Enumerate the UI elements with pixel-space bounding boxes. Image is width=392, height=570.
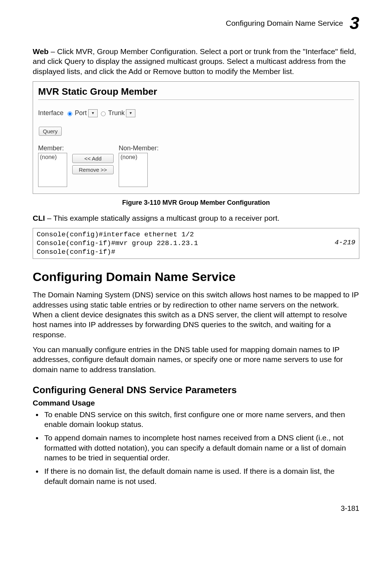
member-value: (none): [40, 154, 57, 160]
trunk-label: Trunk: [108, 109, 124, 117]
web-instructions: Web – Click MVR, Group Member Configurat…: [33, 46, 359, 76]
trunk-select[interactable]: ▾: [126, 109, 135, 117]
cli-page-ref: 4-219: [335, 239, 355, 247]
query-button[interactable]: Query: [39, 127, 62, 136]
panel-divider: [38, 99, 354, 100]
member-lists: Member: (none) << Add Remove >> Non-Memb…: [38, 144, 354, 187]
chapter-number: 3: [350, 15, 359, 32]
member-listbox[interactable]: (none): [38, 153, 67, 187]
cli-text: – This example statically assigns a mult…: [45, 214, 279, 222]
list-item: If there is no domain list, the default …: [43, 466, 359, 486]
member-column: Member: (none): [38, 144, 67, 187]
command-usage-list: To enable DNS service on this switch, fi…: [33, 410, 359, 486]
page-header: Configuring Domain Name Service 3: [33, 15, 359, 32]
nonmember-value: (none): [121, 154, 137, 160]
remove-button[interactable]: Remove >>: [72, 165, 114, 174]
cli-prefix: CLI: [33, 214, 45, 222]
trunk-radio[interactable]: [101, 111, 106, 116]
cli-line-3: Console(config-if)#: [37, 248, 355, 257]
web-text: – Click MVR, Group Member Configuration.…: [33, 47, 356, 76]
mvr-static-group-member-panel: MVR Static Group Member Interface Port ▾…: [33, 81, 359, 194]
cli-example: Console(config)#interface ethernet 1/2 C…: [33, 228, 359, 259]
subsection-heading: Configuring General DNS Service Paramete…: [33, 384, 359, 396]
cli-instructions: CLI – This example statically assigns a …: [33, 213, 359, 223]
list-item: To enable DNS service on this switch, fi…: [43, 410, 359, 429]
port-radio[interactable]: [68, 111, 72, 116]
command-usage-heading: Command Usage: [33, 399, 359, 407]
section-heading: Configuring Domain Name Service: [33, 270, 359, 284]
port-select[interactable]: ▾: [88, 109, 98, 117]
port-label: Port: [75, 109, 87, 117]
section-p1: The Domain Naming System (DNS) service o…: [33, 290, 359, 339]
figure-caption: Figure 3-110 MVR Group Member Configurat…: [33, 199, 359, 207]
nonmember-listbox[interactable]: (none): [119, 153, 148, 187]
cli-line-2: Console(config-if)#mvr group 228.1.23.1: [37, 239, 355, 248]
section-p2: You can manually configure entries in th…: [33, 345, 359, 374]
nonmember-label: Non-Member:: [119, 144, 159, 152]
running-header-title: Configuring Domain Name Service: [226, 19, 343, 28]
interface-row: Interface Port ▾ Trunk ▾: [38, 109, 354, 117]
member-label: Member:: [38, 144, 67, 152]
interface-label: Interface: [38, 109, 64, 117]
nonmember-column: Non-Member: (none): [119, 144, 159, 187]
add-remove-buttons: << Add Remove >>: [72, 154, 114, 174]
cli-line-1: Console(config)#interface ethernet 1/2: [37, 231, 355, 239]
web-prefix: Web: [33, 47, 49, 56]
page-number: 3-181: [33, 504, 359, 513]
panel-title: MVR Static Group Member: [38, 86, 354, 97]
list-item: To append domain names to incomplete hos…: [43, 433, 359, 463]
add-button[interactable]: << Add: [72, 154, 114, 163]
